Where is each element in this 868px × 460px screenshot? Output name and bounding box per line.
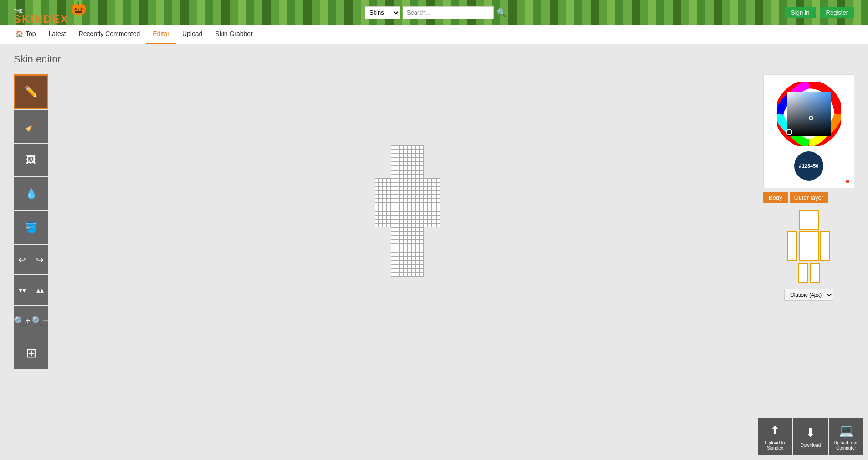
pixel-cell[interactable]: [411, 195, 416, 199]
pixel-cell[interactable]: [411, 174, 416, 178]
pixel-cell[interactable]: [399, 223, 403, 227]
pixel-cell[interactable]: [407, 240, 411, 244]
tool-stamp[interactable]: 🖼: [14, 144, 48, 176]
nav-item-recently-commented[interactable]: Recently Commented: [72, 25, 147, 44]
pixel-cell[interactable]: [399, 227, 403, 232]
pixel-cell[interactable]: [420, 236, 424, 240]
signin-button[interactable]: Sign In: [785, 7, 816, 18]
pixel-cell[interactable]: [432, 203, 436, 207]
pixel-cell[interactable]: [403, 203, 407, 207]
pixel-cell[interactable]: [420, 162, 424, 166]
pixel-cell[interactable]: [379, 182, 383, 186]
pixel-cell[interactable]: [395, 252, 399, 256]
pixel-cell[interactable]: [395, 195, 399, 199]
pixel-cell[interactable]: [416, 269, 420, 273]
pixel-cell[interactable]: [411, 162, 416, 166]
pixel-cell[interactable]: [399, 178, 403, 182]
pixel-cell[interactable]: [432, 178, 436, 182]
pixel-cell[interactable]: [436, 207, 440, 211]
skin-torso-part[interactable]: [799, 231, 819, 261]
pixel-cell[interactable]: [420, 145, 424, 150]
pixel-cell[interactable]: [391, 162, 395, 166]
pixel-cell[interactable]: [395, 219, 399, 223]
pixel-cell[interactable]: [399, 191, 403, 195]
pixel-cell[interactable]: [424, 195, 428, 199]
pixel-cell[interactable]: [399, 215, 403, 219]
pixel-cell[interactable]: [420, 191, 424, 195]
pixel-cell[interactable]: [411, 260, 416, 264]
pixel-cell[interactable]: [416, 215, 420, 219]
pixel-cell[interactable]: [420, 207, 424, 211]
pixel-cell[interactable]: [403, 269, 407, 273]
zoom-out-button[interactable]: 🔍−: [31, 306, 48, 336]
pixel-cell[interactable]: [395, 178, 399, 182]
body-layer-button[interactable]: Body: [763, 192, 788, 203]
pixel-cell[interactable]: [379, 211, 383, 215]
pixel-cell[interactable]: [383, 195, 387, 199]
pixel-cell[interactable]: [428, 223, 432, 227]
pixel-cell[interactable]: [407, 174, 411, 178]
pixel-cell[interactable]: [432, 215, 436, 219]
pixel-cell[interactable]: [379, 178, 383, 182]
pixel-cell[interactable]: [403, 232, 407, 236]
nav-item-editor[interactable]: Editor: [146, 25, 176, 44]
pixel-cell[interactable]: [424, 191, 428, 195]
pixel-cell[interactable]: [407, 154, 411, 158]
pixel-cell[interactable]: [403, 158, 407, 162]
pixel-cell[interactable]: [436, 215, 440, 219]
pixel-cell[interactable]: [432, 211, 436, 215]
pixel-cell[interactable]: [436, 223, 440, 227]
pixel-cell[interactable]: [375, 182, 379, 186]
pixel-cell[interactable]: [391, 207, 395, 211]
pixel-cell[interactable]: [407, 203, 411, 207]
pixel-cell[interactable]: [395, 264, 399, 269]
pixel-cell[interactable]: [436, 199, 440, 203]
pixel-cell[interactable]: [391, 182, 395, 186]
pixel-cell[interactable]: [424, 186, 428, 191]
pixel-cell[interactable]: [391, 174, 395, 178]
skin-type-select[interactable]: Classic (4px) Slim (3px): [784, 289, 833, 301]
pixel-cell[interactable]: [399, 273, 403, 277]
pixel-cell[interactable]: [416, 223, 420, 227]
pixel-cell[interactable]: [416, 191, 420, 195]
pixel-cell[interactable]: [403, 186, 407, 191]
pixel-cell[interactable]: [432, 207, 436, 211]
pixel-cell[interactable]: [395, 227, 399, 232]
pixel-cell[interactable]: [428, 211, 432, 215]
pixel-cell[interactable]: [428, 186, 432, 191]
pixel-cell[interactable]: [391, 240, 395, 244]
pixel-cell[interactable]: [416, 162, 420, 166]
pixel-cell[interactable]: [407, 269, 411, 273]
pixel-cell[interactable]: [411, 158, 416, 162]
pixel-cell[interactable]: [411, 215, 416, 219]
pixel-cell[interactable]: [395, 256, 399, 260]
pixel-cell[interactable]: [407, 162, 411, 166]
pixel-cell[interactable]: [391, 154, 395, 158]
pixel-cell[interactable]: [403, 223, 407, 227]
redo-button[interactable]: ↪: [31, 245, 48, 274]
pixel-cell[interactable]: [407, 232, 411, 236]
pixel-cell[interactable]: [403, 162, 407, 166]
pixel-cell[interactable]: [428, 219, 432, 223]
pixel-cell[interactable]: [407, 244, 411, 248]
pixel-cell[interactable]: [432, 199, 436, 203]
pixel-cell[interactable]: [411, 166, 416, 170]
pixel-cell[interactable]: [432, 191, 436, 195]
pixel-cell[interactable]: [403, 240, 407, 244]
pixel-cell[interactable]: [399, 269, 403, 273]
pixel-cell[interactable]: [411, 232, 416, 236]
pixel-cell[interactable]: [391, 260, 395, 264]
pixel-cell[interactable]: [403, 260, 407, 264]
pixel-cell[interactable]: [436, 211, 440, 215]
pixel-cell[interactable]: [379, 207, 383, 211]
pixel-cell[interactable]: [416, 195, 420, 199]
pixel-cell[interactable]: [395, 223, 399, 227]
pixel-cell[interactable]: [403, 182, 407, 186]
pixel-cell[interactable]: [416, 207, 420, 211]
pixel-cell[interactable]: [399, 252, 403, 256]
pixel-cell[interactable]: [403, 145, 407, 150]
pixel-cell[interactable]: [383, 199, 387, 203]
tool-fill[interactable]: 🪣: [14, 211, 48, 244]
pixel-cell[interactable]: [403, 236, 407, 240]
skin-right-leg-part[interactable]: [810, 263, 820, 283]
